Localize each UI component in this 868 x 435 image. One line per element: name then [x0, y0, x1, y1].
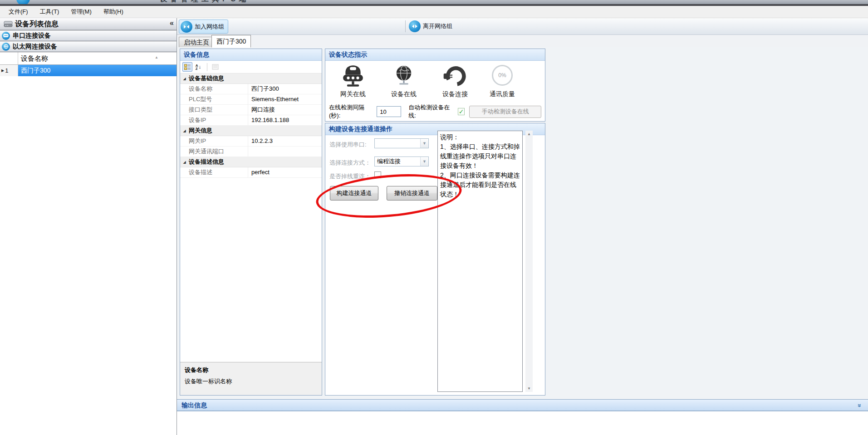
property-value — [248, 147, 322, 156]
category-expanded-icon: ◢ — [180, 129, 189, 133]
scroll-up-icon[interactable]: ▲ — [155, 55, 158, 59]
property-description-box: 设备名称 设备唯一标识名称 — [180, 362, 322, 395]
app-icon — [16, 0, 30, 4]
reconnect-label: 是否掉线重连： — [329, 172, 371, 181]
indicator-device-connected: 设备连接 — [434, 62, 476, 98]
app-window: 设备管理工具PC端 文件(F) 工具(T) 管理(M) 帮助(H) 设备列表信息… — [0, 0, 868, 435]
property-value: perfect — [248, 167, 322, 177]
leave-network-button[interactable]: 离开网络组 — [407, 20, 456, 33]
category-expanded-icon: ◢ — [180, 160, 189, 164]
chevron-down-icon: ▼ — [420, 139, 428, 148]
auto-detect-checkbox[interactable]: ✓ — [458, 108, 465, 115]
leave-network-icon — [409, 20, 421, 32]
menu-manage[interactable]: 管理(M) — [65, 6, 98, 17]
device-name-cell[interactable]: 西门子300 — [18, 65, 177, 76]
indicator-device-online: 设备在线 — [383, 62, 425, 98]
sidebar-item-ethernet-devices[interactable]: 以太网连接设备 — [0, 41, 177, 52]
manual-detect-button[interactable]: 手动检测设备在线 — [469, 106, 541, 118]
device-list-icon — [4, 20, 13, 28]
property-row[interactable]: 设备名称 西门子300 — [180, 84, 322, 94]
property-row[interactable]: 网关IP 10.2.2.3 — [180, 136, 322, 147]
property-row[interactable]: 网关通讯端口 — [180, 147, 322, 157]
indicator-label: 设备在线 — [383, 90, 425, 98]
property-value: 10.2.2.3 — [248, 136, 322, 146]
status-controls-row: 在线检测间隔(秒): 自动检测设备在线: ✓ 手动检测设备在线 — [329, 105, 541, 118]
category-label: 设备基础信息 — [189, 74, 224, 83]
indicator-label: 网关在线 — [332, 90, 374, 98]
category-expanded-icon: ◢ — [180, 77, 189, 81]
row-gutter-header — [0, 52, 18, 64]
property-row[interactable]: 接口类型 网口连接 — [180, 105, 322, 115]
row-pointer-icon: ▶ — [1, 68, 4, 73]
property-label: PLC型号 — [180, 94, 248, 104]
main-toolbar: 加入网络组 离开网络组 湖南华辰智通科技有限公司:孔雨绵 已加入网络组 36 — [177, 18, 868, 35]
menu-help[interactable]: 帮助(H) — [98, 6, 129, 17]
globe-icon — [392, 63, 416, 88]
property-description-title: 设备名称 — [185, 366, 317, 374]
reconnect-checkbox[interactable] — [374, 171, 381, 178]
row-gutter: ▶ 1 — [0, 65, 18, 76]
indicator-comm-quality: 0% 通讯质量 — [481, 62, 523, 98]
join-network-label: 加入网络组 — [195, 23, 224, 31]
join-network-button[interactable]: 加入网络组 — [179, 20, 228, 34]
gateway-icon — [340, 63, 366, 88]
device-row-selected[interactable]: ▶ 1 西门子300 — [0, 65, 177, 76]
sidebar-header: 设备列表信息 « — [0, 18, 177, 30]
output-panel-header: 输出信息 » — [177, 399, 868, 411]
alphabetical-sort-icon[interactable]: AZ↓ — [193, 62, 203, 72]
scroll-down-icon[interactable]: ▼ — [525, 385, 533, 392]
property-category[interactable]: ◢ 设备描述信息 — [180, 157, 322, 167]
note-scrollbar[interactable]: ▲ ▼ — [525, 131, 533, 392]
categorized-view-icon[interactable] — [182, 62, 192, 72]
property-pages-icon[interactable] — [210, 62, 220, 72]
indicator-label: 通讯质量 — [481, 90, 523, 98]
menu-file[interactable]: 文件(F) — [3, 6, 34, 17]
property-row[interactable]: 设备IP 192.168.1.188 — [180, 115, 322, 126]
device-list-header-row: 设备名称 ▲ — [0, 52, 177, 65]
tab-siemens300[interactable]: 西门子300 — [211, 35, 251, 48]
property-category[interactable]: ◢ 网关信息 — [180, 126, 322, 136]
scroll-up-icon[interactable]: ▲ — [525, 131, 533, 137]
sidebar-title: 设备列表信息 — [15, 20, 59, 29]
title-bar: 设备管理工具PC端 — [0, 0, 868, 4]
chevron-down-icon: ▼ — [420, 157, 428, 166]
sidebar-item-serial-devices[interactable]: 串口连接设备 — [0, 30, 177, 41]
collapse-chevron-icon[interactable]: » — [854, 404, 865, 407]
device-status-panel: 设备状态指示 网关在线 — [325, 49, 545, 122]
property-category[interactable]: ◢ 设备基础信息 — [180, 73, 322, 84]
property-row[interactable]: 设备描述 perfect — [180, 167, 322, 178]
quality-ring-icon: 0% — [492, 65, 513, 86]
interval-input[interactable] — [377, 106, 401, 117]
menu-tools[interactable]: 工具(T) — [34, 6, 65, 17]
sidebar-collapse-icon[interactable]: « — [170, 19, 174, 27]
indicator-label: 设备连接 — [434, 90, 476, 98]
column-header-device-name[interactable]: 设备名称 — [18, 52, 177, 64]
device-list-sidebar: 设备列表信息 « 串口连接设备 以太网连接设备 设备名称 ▲ ▶ 1 西门子30… — [0, 18, 177, 435]
leave-network-label: 离开网络组 — [423, 22, 452, 30]
indicator-gateway-online: 网关在线 — [332, 62, 374, 98]
menu-bar: 文件(F) 工具(T) 管理(M) 帮助(H) — [0, 6, 868, 18]
output-panel-title: 输出信息 — [181, 401, 207, 409]
connect-mode-combobox[interactable]: 编程连接 ▼ — [374, 156, 429, 166]
sidebar-item-label: 串口连接设备 — [13, 32, 51, 40]
property-row[interactable]: PLC型号 Siemens-Ethernet — [180, 94, 322, 105]
tab-bar: 启动主页 西门子300 — [177, 34, 868, 48]
serial-port-label: 选择使用串口: — [329, 141, 367, 149]
toolbar-separator — [405, 20, 406, 32]
property-grid-toolbar: AZ↓ — [180, 61, 322, 73]
serial-port-combobox[interactable]: ▼ — [374, 138, 429, 148]
build-channel-button[interactable]: 构建连接通道 — [330, 186, 378, 200]
plug-icon — [443, 64, 467, 88]
property-label: 设备IP — [180, 115, 248, 125]
property-label: 网关通讯端口 — [180, 147, 248, 156]
channel-operations-panel: 构建设备连接通道操作 选择使用串口: ▼ 选择连接方式： 编程连接 ▼ 是否掉线… — [325, 123, 545, 396]
tab-home[interactable]: 启动主页 — [179, 37, 214, 48]
auto-detect-label: 自动检测设备在线: — [408, 103, 455, 120]
property-label: 网关IP — [180, 136, 248, 146]
category-label: 网关信息 — [189, 127, 212, 135]
revoke-channel-button[interactable]: 撤销连接通道 — [387, 186, 437, 200]
interval-label: 在线检测间隔(秒): — [329, 103, 374, 120]
toolbar-separator — [207, 63, 207, 71]
window-title: 设备管理工具PC端 — [160, 0, 249, 4]
connect-mode-label: 选择连接方式： — [329, 159, 371, 167]
